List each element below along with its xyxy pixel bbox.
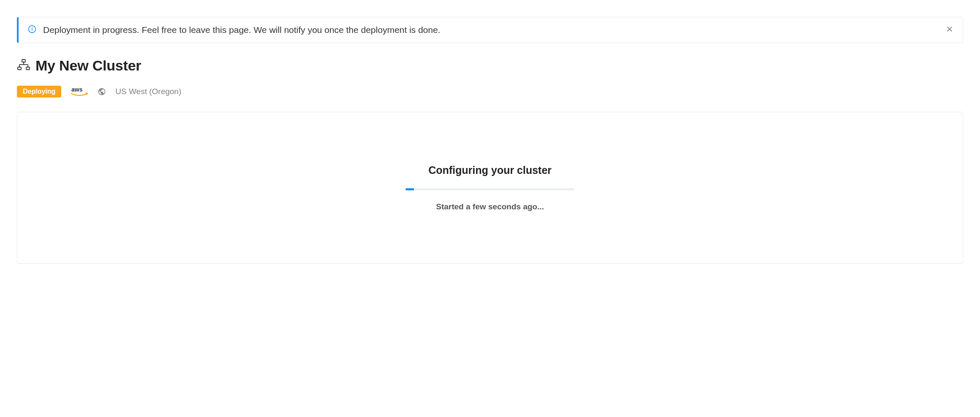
info-icon [28,25,36,35]
cluster-meta: Deploying aws US West (Oregon) [17,86,963,97]
svg-text:aws: aws [71,86,83,93]
page-title: My New Cluster [35,57,141,74]
svg-point-2 [32,27,33,28]
globe-icon [98,87,106,96]
close-icon[interactable] [946,25,953,35]
region-label: US West (Oregon) [115,87,181,96]
status-text: Started a few seconds ago... [436,202,544,211]
status-badge: Deploying [17,86,61,97]
aws-icon: aws [71,86,88,97]
progress-bar [406,188,574,190]
panel-heading: Configuring your cluster [428,164,552,176]
svg-rect-6 [18,67,21,70]
cluster-icon [17,58,30,73]
deployment-notification: Deployment in progress. Feel free to lea… [17,17,963,43]
notification-message: Deployment in progress. Feel free to lea… [43,25,939,35]
svg-rect-7 [26,67,30,70]
deployment-panel: Configuring your cluster Started a few s… [17,112,963,264]
svg-rect-5 [22,60,25,62]
progress-bar-fill [406,188,414,190]
page-header: My New Cluster [17,57,963,74]
